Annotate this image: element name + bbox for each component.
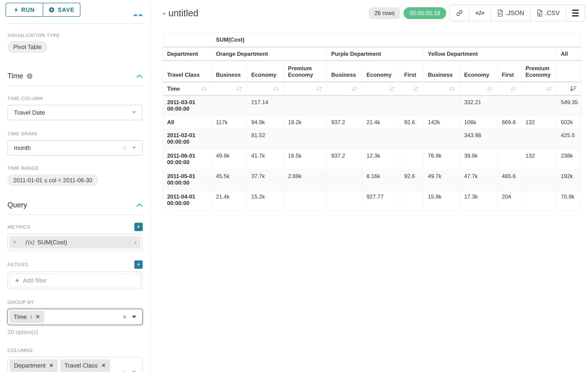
pivot-cell: 502k — [557, 116, 581, 129]
pivot-row-label: 2011-03-01 00:00:00 — [163, 96, 212, 116]
expand-metric-icon[interactable]: › — [130, 238, 141, 246]
time-column-select[interactable]: Travel Date — [7, 105, 143, 120]
pivot-cell — [498, 149, 521, 170]
pivot-row: 2011-04-01 00:00:0021.4k15.2k927.7715.9k… — [163, 191, 581, 211]
columns-chip[interactable]: Department ✕ — [10, 359, 58, 372]
pivot-cell: 12.3k — [362, 149, 400, 170]
columns-select[interactable]: Department ✕ Travel Class ✕ × — [7, 357, 143, 372]
chart-header: - untitled 26 rows 00:00:00.18 </> .JSON — [163, 5, 588, 21]
pivot-cell — [327, 96, 362, 116]
remove-metric-icon[interactable]: × — [10, 239, 21, 246]
pivot-cell: 238k — [557, 149, 581, 170]
time-sort-cell: Time — [163, 82, 212, 96]
sort-icon[interactable] — [486, 85, 493, 92]
viz-type-section: VISUALIZATION TYPE Pivot Table — [7, 32, 143, 53]
pivot-row-label: All — [163, 116, 212, 129]
column-sort-cell — [362, 82, 400, 96]
pivot-cell: 8.16k — [362, 170, 400, 191]
clear-icon[interactable]: × — [123, 314, 126, 320]
department-header-row: DepartmentOrange DepartmentPurple Depart… — [163, 47, 581, 61]
class-header-cell: Business — [424, 61, 460, 82]
pivot-cell: 465.6 — [498, 170, 521, 191]
clipped-icon — [134, 14, 137, 16]
department-row-label: Department — [163, 47, 212, 61]
pivot-row-label: 2011-04-01 00:00:00 — [163, 191, 212, 211]
export-json-button[interactable]: .JSON — [491, 5, 530, 21]
pivot-cell: 192k — [557, 170, 581, 191]
row-count-badge: 26 rows — [369, 7, 400, 19]
pivot-cell: 39.9k — [460, 149, 498, 170]
view-query-button[interactable]: </> — [469, 5, 491, 21]
pivot-cell: 70.9k — [557, 191, 581, 211]
clear-icon[interactable]: × — [123, 145, 126, 151]
sort-icon[interactable] — [200, 85, 207, 92]
columns-chip[interactable]: Travel Class ✕ — [60, 359, 110, 372]
pivot-row-label: 2011-02-01 00:00:00 — [163, 129, 212, 149]
pivot-cell: 15.2k — [247, 191, 284, 211]
time-range-label: TIME RANGE — [7, 165, 143, 171]
group-by-select[interactable]: Time i ✕ × — [7, 309, 143, 325]
pivot-cell — [327, 191, 362, 211]
column-sort-cell — [557, 82, 581, 96]
collapse-chevron-icon[interactable] — [136, 74, 143, 78]
chevron-down-icon — [132, 371, 136, 372]
pivot-cell — [521, 170, 557, 191]
remove-chip-icon[interactable]: ✕ — [35, 314, 40, 320]
sort-icon[interactable] — [272, 85, 279, 92]
group-by-chip[interactable]: Time i ✕ — [10, 311, 44, 323]
pivot-cell — [521, 191, 557, 211]
info-icon: i — [31, 314, 32, 320]
save-button[interactable]: SAVE — [43, 3, 80, 16]
copy-link-button[interactable] — [450, 5, 469, 21]
column-sort-cell — [327, 82, 362, 96]
remove-chip-icon[interactable]: ✕ — [49, 362, 54, 369]
sort-icon[interactable] — [545, 85, 552, 92]
collapse-chevron-icon[interactable] — [136, 203, 143, 207]
pivot-row: 2011-05-01 00:00:0045.5k37.7k2.69k8.16k9… — [163, 170, 581, 191]
sort-icon[interactable] — [510, 85, 517, 92]
sort-icon[interactable] — [351, 85, 358, 92]
menu-icon — [572, 10, 579, 17]
time-range-value[interactable]: 2011-01-01 ≤ col < 2011-06-30 — [7, 175, 98, 186]
pivot-cell: 49.9k — [212, 149, 247, 170]
class-header-cell: Economy — [247, 61, 284, 82]
sort-icon[interactable] — [412, 85, 419, 92]
export-csv-button[interactable]: .CSV — [530, 5, 566, 21]
pivot-cell: 106k — [460, 116, 498, 129]
metric-chip[interactable]: × ƒ(x) SUM(Cost) › — [10, 236, 141, 249]
column-sort-cell — [212, 82, 247, 96]
add-filter-dropzone[interactable]: + Add filter — [10, 274, 141, 287]
time-grain-select[interactable]: month × — [7, 140, 143, 156]
column-sort-cell — [400, 82, 424, 96]
clear-icon[interactable]: × — [123, 369, 126, 372]
class-header-cell: Economy — [460, 61, 498, 82]
pivot-table-container: SUM(Cost)DepartmentOrange DepartmentPurp… — [163, 32, 588, 211]
sort-icon[interactable] — [388, 85, 396, 92]
sort-icon[interactable] — [236, 85, 243, 92]
more-options-button[interactable] — [566, 5, 585, 21]
filters-box: + Add filter — [7, 272, 143, 289]
run-button[interactable]: RUN — [6, 3, 43, 16]
pivot-cell: 132 — [521, 116, 557, 129]
lightning-icon — [14, 7, 18, 12]
pivot-cell: 142k — [424, 116, 460, 129]
sort-desc-icon[interactable] — [569, 85, 577, 92]
column-sort-cell — [424, 82, 460, 96]
sort-icon[interactable] — [316, 85, 323, 92]
chart-title[interactable]: - untitled — [163, 8, 198, 18]
clipped-icon — [139, 14, 142, 16]
viz-type-value[interactable]: Pivot Table — [7, 41, 47, 53]
pivot-thead: SUM(Cost)DepartmentOrange DepartmentPurp… — [163, 33, 581, 96]
pivot-cell: 45.5k — [212, 170, 247, 191]
add-metric-button[interactable]: + — [134, 223, 143, 231]
class-header-cell — [557, 61, 581, 82]
sort-icon[interactable] — [449, 85, 455, 92]
pivot-cell — [498, 129, 521, 149]
remove-chip-icon[interactable]: ✕ — [101, 362, 106, 369]
chevron-down-icon — [132, 316, 136, 318]
pivot-cell: 17.3k — [460, 191, 498, 211]
pivot-row: 2011-02-01 00:00:0081.52343.98425.5 — [163, 129, 581, 149]
add-filter-button[interactable]: + — [134, 260, 143, 269]
class-header-cell: Premium Economy — [521, 61, 557, 82]
viz-type-label: VISUALIZATION TYPE — [7, 32, 143, 38]
